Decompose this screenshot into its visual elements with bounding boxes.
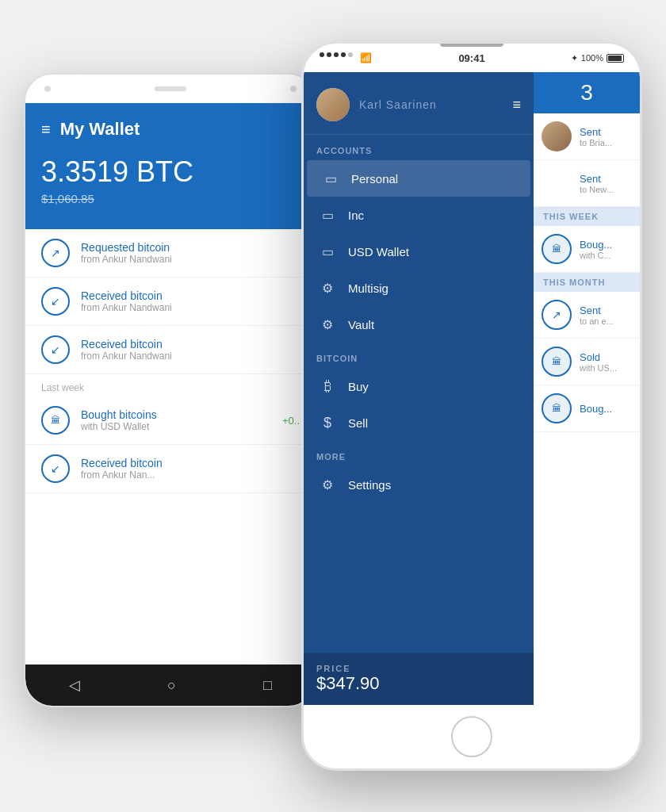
bitcoin-buy-icon: ₿ [316,378,339,394]
bank-icon: 🏛 [542,234,572,264]
table-row[interactable]: 🏛 Bought bitcoins with USD Wallet +0.. [25,396,316,445]
send-icon: ↗ [542,300,572,330]
bank-icon-2: 🏛 [542,347,572,377]
table-row[interactable]: 🏛 Boug... [534,385,640,432]
bought-icon: 🏛 [41,406,70,435]
ios-status-bar: 📶 09:41 ✦ 100% [304,44,640,72]
android-top-bar [25,75,316,103]
wallet-icon: ▭ [320,170,342,186]
signal-dot [320,52,324,57]
tx-title: Sent [580,126,612,138]
table-row[interactable]: ↗ Requested bitcoin from Ankur Nandwani [25,229,316,278]
sidebar-item-label: Buy [348,380,369,393]
wallet-header: ≡ My Wallet 3.3519 BTC $1,060.85 [25,103,316,229]
btc-balance: 3.3519 BTC [41,155,300,189]
status-right: ✦ 100% [571,53,624,63]
tx-title: Received bitcoin [81,338,172,350]
table-row[interactable]: Sent to Bria... [534,113,640,160]
drawer-hamburger-icon[interactable]: ≡ [512,97,521,113]
battery-percent: 100% [581,53,603,63]
sidebar-item-label: Inc [348,209,364,222]
sidebar-item-label: Multisig [348,282,388,295]
price-bar: PRICE $347.90 [304,653,534,705]
table-row[interactable]: ↗ Sent to an e... [534,292,640,339]
received-icon-2: ↙ [41,335,70,364]
android-nav-bar: ◁ ○ □ [25,665,316,706]
table-row[interactable]: ↙ Received bitcoin from Ankur Nandwani [25,326,316,374]
tx-title: Sent [580,173,614,185]
more-label: MORE [304,441,534,466]
tx-sub: from Ankur Nandwani [81,254,172,265]
received-icon: ↙ [41,287,70,316]
table-row[interactable]: ↙ Received bitcoin from Ankur Nan... [25,445,316,493]
wifi-icon: 📶 [360,52,372,63]
section-label-this-week: THIS WEEK [534,207,640,226]
status-time: 09:41 [458,52,484,64]
table-row[interactable]: 🏛 Sold with US... [534,339,640,385]
battery-fill [608,56,622,61]
signal-dot [327,52,331,57]
received-icon-3: ↙ [41,454,70,483]
table-row[interactable]: 🏛 Boug... with C... [534,226,640,273]
table-row[interactable]: Sent to New... [534,160,640,207]
signal-dots: 📶 [320,52,372,63]
tx-sub: from Ankur Nandwani [81,302,172,313]
tx-title: Sold [580,351,617,363]
sidebar-item-multisig[interactable]: ⚙ Multisig [304,270,534,306]
tx-sub: with C... [580,251,612,260]
signal-dot [348,52,353,57]
sidebar-item-label: Personal [351,172,398,186]
tx-title: Boug... [580,403,612,415]
top-notch [440,44,503,47]
home-button[interactable] [451,716,492,757]
hamburger-icon[interactable]: ≡ [41,121,49,139]
tx-title: Received bitcoin [81,289,172,302]
tx-title: Requested bitcoin [81,241,172,254]
bitcoin-label: BITCOIN [304,343,534,368]
ios-drawer: Karl Saarinen ≡ ACCOUNTS ▭ Personal ▭ In… [304,72,534,705]
tx-title: Sent [580,304,614,316]
camera-dot [44,86,51,92]
tx-sub: from Ankur Nan... [81,469,163,481]
sidebar-item-settings[interactable]: ⚙ Settings [304,466,534,503]
bluetooth-icon: ✦ [571,53,578,63]
sensor-dot [290,86,297,92]
sidebar-item-buy[interactable]: ₿ Buy [304,368,534,404]
sidebar-item-personal[interactable]: ▭ Personal [307,160,530,197]
profile-name: Karl Saarinen [359,98,437,111]
ios-content: Karl Saarinen ≡ ACCOUNTS ▭ Personal ▭ In… [304,72,640,705]
section-label-this-month: THIS MONTH [534,273,640,292]
ios-phone: 📶 09:41 ✦ 100% [301,41,642,771]
sidebar-item-label: Settings [348,478,391,492]
settings-icon: ⚙ [316,477,339,492]
usd-balance: $1,060.85 [41,192,300,205]
ios-balance-header: 3 [534,72,640,113]
speaker [155,86,186,91]
sidebar-item-inc[interactable]: ▭ Inc [304,197,534,233]
back-button[interactable]: ◁ [69,676,80,694]
section-label: Last week [25,374,316,396]
avatar [542,121,572,151]
battery-icon [607,54,624,63]
accounts-label: ACCOUNTS [304,135,534,160]
home-button[interactable]: ○ [167,677,176,694]
multisig-icon: ⚙ [316,280,339,296]
wallet-icon-3: ▭ [316,243,339,259]
sidebar-item-usd-wallet[interactable]: ▭ USD Wallet [304,233,534,270]
vault-icon: ⚙ [316,316,339,332]
price-value: $347.90 [316,673,521,694]
sidebar-item-sell[interactable]: $ Sell [304,404,534,441]
bitcoin-sell-icon: $ [316,415,339,431]
tx-sub: with US... [580,363,617,373]
avatar-image [316,88,350,121]
android-content: ≡ My Wallet 3.3519 BTC $1,060.85 ↗ Reque… [25,103,316,665]
signal-dot [341,52,346,57]
recents-button[interactable]: □ [263,677,272,694]
android-phone: ≡ My Wallet 3.3519 BTC $1,060.85 ↗ Reque… [24,73,317,707]
ios-right-panel: 3 Sent to Bria... Sent [534,72,640,705]
signal-dot [334,52,339,57]
sidebar-item-vault[interactable]: ⚙ Vault [304,306,534,343]
price-label: PRICE [316,664,521,673]
table-row[interactable]: ↙ Received bitcoin from Ankur Nandwani [25,278,316,326]
avatar-2 [542,168,572,198]
